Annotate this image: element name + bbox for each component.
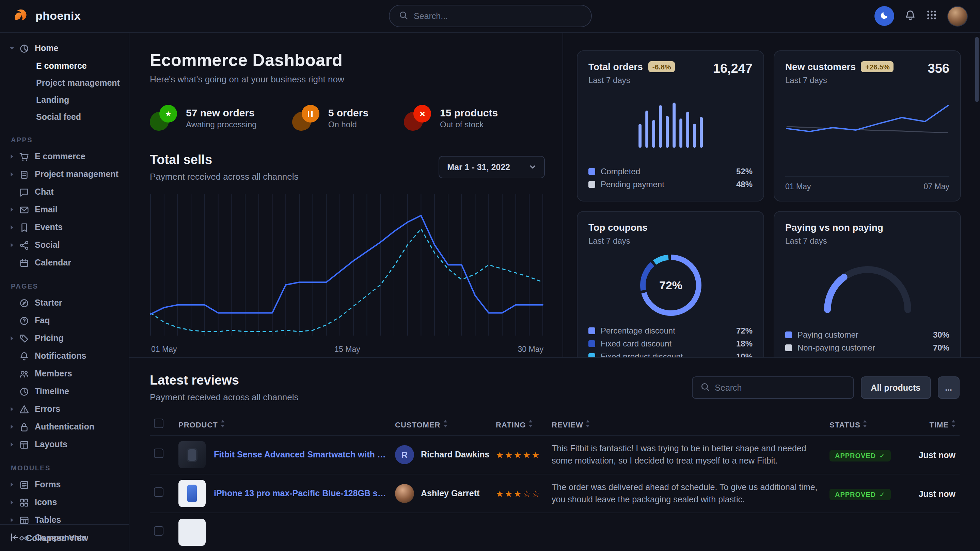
- new-customers-x-axis: 01 May07 May: [785, 176, 949, 191]
- review-time: Just now: [919, 489, 956, 499]
- reviews-search[interactable]: [692, 376, 854, 399]
- sidebar-item-email[interactable]: Email: [5, 201, 123, 219]
- navbar-search[interactable]: [388, 5, 592, 27]
- users-icon: [19, 368, 35, 379]
- sidebar-item-e-commerce[interactable]: E commerce: [5, 57, 123, 74]
- sidebar-item-authentication[interactable]: Authentication: [5, 418, 123, 436]
- sidebar-item-members[interactable]: Members: [5, 365, 123, 383]
- sidebar-item-errors[interactable]: Errors: [5, 400, 123, 418]
- select-all-checkbox[interactable]: [154, 419, 164, 428]
- notifications-button[interactable]: [904, 9, 916, 23]
- paying-period: Last 7 days: [785, 236, 883, 246]
- caret-icon: [10, 442, 19, 447]
- legend-item-pending-payment: Pending payment48%: [589, 180, 752, 189]
- new-customers-badge: +26.5%: [861, 61, 894, 72]
- sidebar-item-e-commerce[interactable]: E commerce: [5, 148, 123, 165]
- phoenix-logo-icon: [12, 6, 30, 26]
- sort-icon[interactable]: [951, 420, 956, 429]
- col-rating[interactable]: RATING: [492, 413, 547, 435]
- sidebar-item-social[interactable]: Social: [5, 236, 123, 254]
- reviews-toolbar: All products ...: [692, 376, 959, 399]
- chat-icon: [19, 187, 35, 197]
- product-link[interactable]: Fitbit Sense Advanced Smartwatch with To…: [214, 450, 387, 459]
- customer-avatar: [395, 484, 414, 503]
- reviews-title: Latest reviews: [150, 373, 298, 388]
- row-checkbox[interactable]: [154, 526, 164, 536]
- sidebar-item-icons[interactable]: Icons: [5, 494, 123, 511]
- sidebar-item-chat[interactable]: Chat: [5, 183, 123, 201]
- navbar-actions: [875, 6, 968, 26]
- brand[interactable]: phoenix: [12, 6, 81, 26]
- col-status[interactable]: STATUS: [826, 413, 908, 435]
- more-actions-button[interactable]: ...: [937, 376, 959, 399]
- sidebar-item-timeline[interactable]: Timeline: [5, 383, 123, 400]
- col-review[interactable]: REVIEW: [547, 413, 826, 435]
- sidebar-item-pricing[interactable]: Pricing: [5, 329, 123, 347]
- new-customers-line-chart: [785, 95, 949, 153]
- sidebar-item-home[interactable]: Home: [5, 40, 123, 57]
- sort-icon[interactable]: [443, 420, 447, 429]
- all-products-button[interactable]: All products: [861, 376, 931, 399]
- sidebar-item-landing[interactable]: Landing: [5, 91, 123, 108]
- col-time[interactable]: TIME: [908, 413, 959, 435]
- col-product[interactable]: PRODUCT: [174, 413, 391, 435]
- sidebar-item-starter[interactable]: Starter: [5, 294, 123, 312]
- main-content: Ecommerce Dashboard Here's what's going …: [129, 33, 980, 551]
- chevron-down-icon: [529, 162, 536, 172]
- tag-icon: [19, 333, 35, 343]
- sidebar-item-layouts[interactable]: Layouts: [5, 436, 123, 453]
- sidebar-item-social-feed[interactable]: Social feed: [5, 108, 123, 125]
- date-range-select[interactable]: Mar 1 - 31, 2022: [438, 156, 545, 178]
- row-checkbox[interactable]: [154, 487, 164, 497]
- product-link[interactable]: iPhone 13 pro max-Pacific Blue-128GB sto…: [214, 489, 387, 498]
- navbar-search-input[interactable]: [414, 11, 581, 21]
- sidebar-item-events[interactable]: Events: [5, 219, 123, 236]
- scrollbar-thumb[interactable]: [975, 37, 978, 102]
- sidebar-item-faq[interactable]: Faq: [5, 312, 123, 329]
- product-thumbnail: [178, 480, 206, 507]
- page-title: Ecommerce Dashboard: [150, 50, 545, 70]
- sidebar-item-notifications[interactable]: Notifications: [5, 347, 123, 365]
- theme-toggle-button[interactable]: [875, 6, 894, 26]
- sidebar-item-project-management[interactable]: Project management: [5, 74, 123, 91]
- col-customer[interactable]: CUSTOMER: [391, 413, 492, 435]
- grid-icon: [926, 10, 937, 22]
- clock-icon: [19, 386, 35, 397]
- review-text: This Fitbit is fantastic! I was trying t…: [552, 442, 821, 467]
- sidebar-item-calendar[interactable]: Calendar: [5, 254, 123, 272]
- reviews-search-input[interactable]: [715, 383, 845, 392]
- review-time: Just now: [919, 451, 956, 460]
- sort-icon[interactable]: [221, 420, 225, 429]
- legend-item-completed: Completed52%: [589, 167, 752, 176]
- legend-item-non-paying-customer: Non-paying customer70%: [785, 343, 949, 353]
- sidebar-item-project-management[interactable]: Project management: [5, 165, 123, 183]
- envelope-icon: [19, 205, 35, 215]
- new-customers-card: New customers +26.5% Last 7 days 356 01 …: [774, 50, 961, 202]
- alert-icon: [19, 404, 35, 414]
- bell-icon: [19, 351, 35, 361]
- sidebar-item-forms[interactable]: Forms: [5, 476, 123, 494]
- row-checkbox[interactable]: [154, 449, 164, 458]
- sort-icon[interactable]: [586, 420, 590, 429]
- user-avatar[interactable]: [947, 6, 968, 26]
- sort-icon[interactable]: [863, 420, 867, 429]
- top-coupons-card: Top coupons Last 7 days 72% Percentage d…: [577, 211, 764, 358]
- customer-cell[interactable]: RRichard Dawkins: [395, 445, 488, 464]
- customer-cell[interactable]: Ashley Garrett: [395, 484, 488, 503]
- collapsed-view-label: Collapsed View: [26, 533, 88, 543]
- latest-reviews-section: Latest reviews Payment received across a…: [129, 358, 980, 551]
- caret-icon: [10, 225, 19, 230]
- sidebar-section-label-modules: MODULES: [11, 464, 123, 472]
- reviews-table: PRODUCTCUSTOMERRATINGREVIEWSTATUSTIME Fi…: [150, 413, 959, 551]
- product-thumbnail: [178, 519, 206, 546]
- total-orders-badge: -6.8%: [648, 61, 675, 72]
- sort-icon[interactable]: [529, 420, 533, 429]
- clipboard-icon: [19, 169, 35, 179]
- brand-name: phoenix: [35, 9, 81, 23]
- apps-grid-button[interactable]: [926, 10, 937, 22]
- total-orders-legend: Completed52%Pending payment48%: [589, 167, 752, 191]
- caret-icon: [10, 154, 19, 159]
- rating-stars: ★★★☆☆: [496, 489, 541, 499]
- caret-icon: [10, 242, 19, 248]
- collapsed-view-toggle[interactable]: Collapsed View: [0, 524, 129, 551]
